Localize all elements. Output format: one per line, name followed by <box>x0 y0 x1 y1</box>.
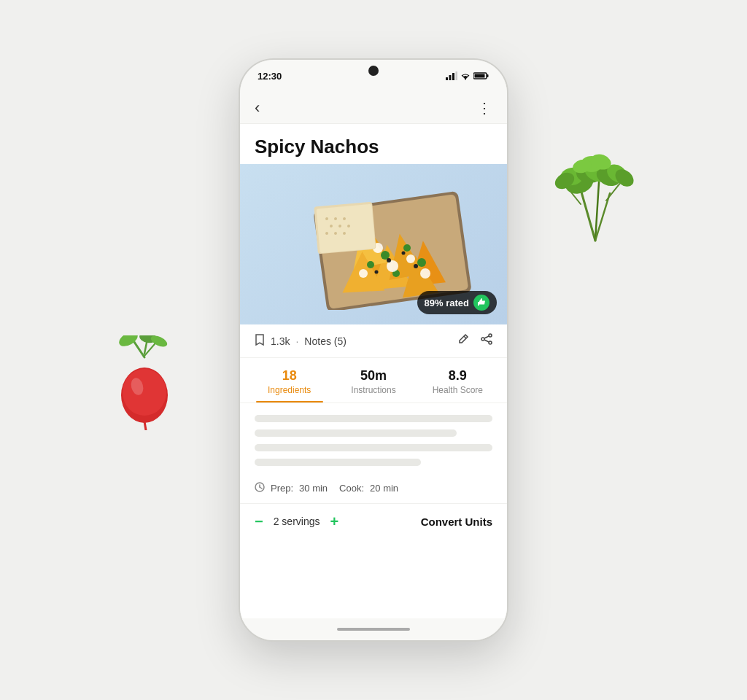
svg-point-7 <box>123 369 166 416</box>
svg-rect-32 <box>487 74 489 77</box>
svg-point-71 <box>481 338 484 341</box>
svg-rect-28 <box>452 73 454 80</box>
prep-row: Prep: 30 min Cook: 20 min <box>240 473 507 503</box>
share-icon[interactable] <box>481 333 492 349</box>
notes-label: Notes (5) <box>304 335 347 347</box>
svg-point-51 <box>359 269 368 278</box>
dot-separator: · <box>295 335 298 347</box>
svg-point-45 <box>367 261 374 268</box>
prep-time: 30 min <box>299 483 328 494</box>
convert-units-button[interactable]: Convert Units <box>421 516 492 528</box>
svg-line-76 <box>260 487 262 489</box>
svg-point-55 <box>375 271 379 274</box>
ingredients-label: Ingredients <box>268 385 311 395</box>
health-score-value: 8.9 <box>449 368 467 384</box>
svg-point-49 <box>406 254 415 263</box>
share-svg <box>481 333 492 345</box>
svg-line-73 <box>484 340 489 342</box>
pencil-svg <box>457 333 469 345</box>
servings-count: 2 servings <box>274 516 320 527</box>
svg-point-54 <box>402 252 406 255</box>
svg-point-30 <box>465 79 466 80</box>
svg-point-69 <box>489 334 492 337</box>
svg-rect-58 <box>317 204 376 253</box>
status-bar: 12:30 <box>240 60 507 92</box>
cilantro-decoration <box>551 146 639 248</box>
signal-icon <box>446 71 457 80</box>
status-icons <box>446 71 489 80</box>
edit-icon[interactable] <box>457 333 469 349</box>
instructions-label: Instructions <box>351 385 395 395</box>
svg-rect-29 <box>456 71 458 80</box>
thumbsup-icon <box>476 298 487 308</box>
stats-row: 18 Ingredients 50m Instructions 8.9 Heal… <box>240 358 507 403</box>
ingredients-count: 18 <box>282 368 297 384</box>
home-indicator <box>337 628 410 631</box>
svg-point-46 <box>417 258 426 267</box>
more-button[interactable]: ⋮ <box>477 99 492 117</box>
meta-row: 1.3k · Notes (5) <box>240 324 507 358</box>
ingredient-line-4 <box>255 459 421 466</box>
tab-instructions[interactable]: 50m Instructions <box>331 368 415 402</box>
svg-point-44 <box>403 244 411 252</box>
tab-ingredients[interactable]: 18 Ingredients <box>247 368 331 402</box>
health-score-label: Health Score <box>433 385 483 395</box>
svg-rect-33 <box>475 74 485 78</box>
wifi-icon <box>460 71 471 80</box>
phone-frame: 12:30 ‹ ⋮ <box>239 58 508 642</box>
meta-left: 1.3k · Notes (5) <box>255 334 347 349</box>
cook-time: 20 min <box>370 483 398 494</box>
svg-point-70 <box>489 341 492 344</box>
ingredient-line-2 <box>255 429 457 437</box>
recipe-title: Spicy Nachos <box>240 124 507 164</box>
nav-bar: ‹ ⋮ <box>240 92 507 124</box>
content-area: Spicy Nachos <box>240 124 507 621</box>
prep-label: Prep: <box>271 483 293 494</box>
bookmark-svg <box>255 334 265 346</box>
svg-point-53 <box>387 258 391 262</box>
recipe-image-container: 89% rated <box>240 164 507 324</box>
instructions-time: 50m <box>360 368 387 384</box>
servings-control: − 2 servings + <box>255 514 338 529</box>
saves-count: 1.3k <box>271 335 290 347</box>
decrease-servings-button[interactable]: − <box>255 514 263 529</box>
bookmark-icon <box>255 334 265 349</box>
back-button[interactable]: ‹ <box>255 98 260 117</box>
clock-svg <box>255 482 265 492</box>
svg-line-72 <box>484 336 489 338</box>
svg-rect-27 <box>449 75 452 80</box>
nachos-illustration <box>298 179 487 310</box>
camera-notch <box>368 66 379 76</box>
ingredient-line-3 <box>255 444 492 451</box>
ingredient-lines <box>240 403 507 473</box>
status-time: 12:30 <box>258 71 282 82</box>
ingredient-line-1 <box>255 415 492 422</box>
rating-badge: 89% rated <box>417 291 497 314</box>
svg-point-56 <box>414 264 418 268</box>
cook-label: Cook: <box>339 483 364 494</box>
meta-actions <box>457 333 492 349</box>
battery-icon <box>473 71 489 80</box>
svg-line-9 <box>144 421 146 430</box>
clock-icon <box>255 482 265 494</box>
servings-row: − 2 servings + Convert Units <box>240 503 507 539</box>
svg-point-52 <box>420 268 430 279</box>
tab-health-score[interactable]: 8.9 Health Score <box>416 368 500 402</box>
rating-text: 89% rated <box>425 298 469 308</box>
svg-line-68 <box>464 336 466 338</box>
svg-rect-26 <box>446 77 448 80</box>
radish-decoration <box>108 335 181 430</box>
svg-line-10 <box>581 190 595 241</box>
phone-bottom-bar <box>240 618 507 640</box>
increase-servings-button[interactable]: + <box>330 514 339 529</box>
rating-circle <box>473 295 489 311</box>
